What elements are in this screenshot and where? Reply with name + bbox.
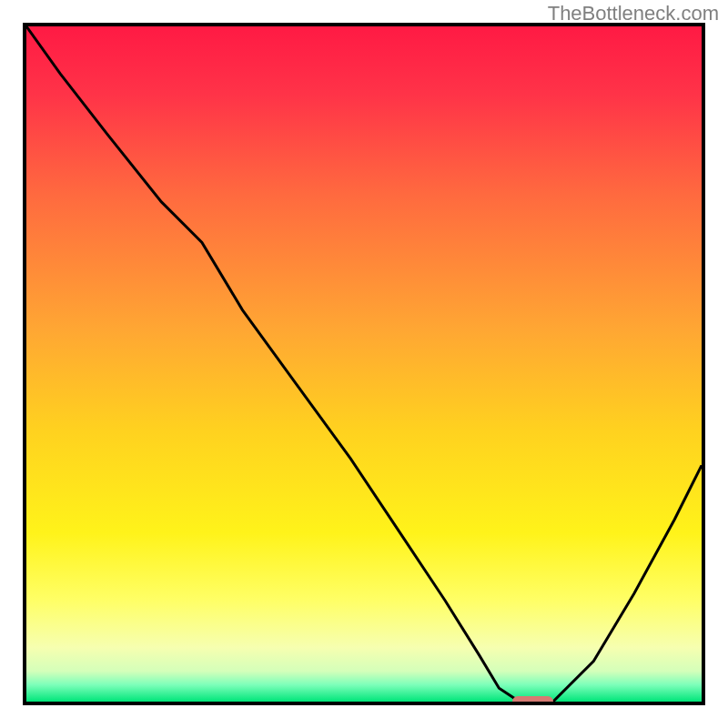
chart-container: TheBottleneck.com <box>0 0 728 728</box>
watermark-text: TheBottleneck.com <box>548 2 719 25</box>
optimal-marker <box>512 696 553 705</box>
plot-area <box>23 23 705 705</box>
bottleneck-curve <box>26 26 702 702</box>
